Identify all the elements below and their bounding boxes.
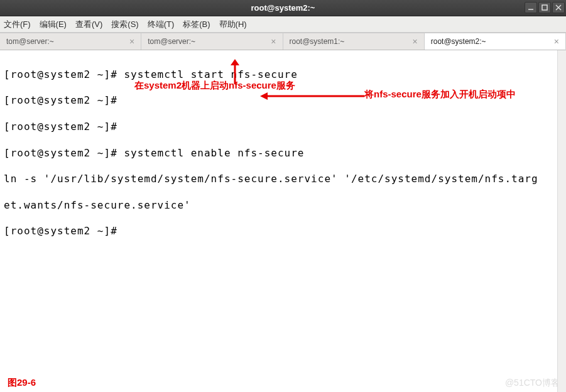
tab-label: root@system2:~ [431, 37, 552, 46]
tab-1[interactable]: tom@server:~ × [0, 33, 141, 50]
tab-label: root@system1:~ [290, 37, 410, 46]
tab-close-icon[interactable]: × [552, 36, 559, 46]
tab-close-icon[interactable]: × [268, 36, 276, 46]
tab-4-active[interactable]: root@system2:~ × [425, 33, 566, 50]
svg-rect-1 [542, 5, 547, 10]
window-title: root@system2:~ [251, 3, 315, 13]
annotation-start-service: 在system2机器上启动nfs-secure服务 [134, 79, 295, 92]
maximize-icon [542, 4, 548, 11]
tab-close-icon[interactable]: × [410, 36, 418, 46]
tabbar: tom@server:~ × tom@server:~ × root@syste… [0, 33, 566, 50]
menu-edit[interactable]: 编辑(E) [40, 19, 67, 30]
terminal-line: [root@system2 ~]# systemctl enable nfs-s… [4, 147, 566, 160]
tab-label: tom@server:~ [148, 37, 268, 46]
terminal-line: et.wants/nfs-secure.service' [4, 199, 566, 212]
menu-terminal[interactable]: 终端(T) [148, 19, 175, 30]
minimize-icon [528, 4, 534, 11]
maximize-button[interactable] [538, 2, 551, 13]
tab-3[interactable]: root@system1:~ × [283, 33, 425, 50]
terminal-line: ln -s '/usr/lib/systemd/system/nfs-secur… [4, 173, 566, 186]
watermark: @51CTO博客 [505, 377, 560, 388]
tab-label: tom@server:~ [6, 37, 127, 46]
menu-file[interactable]: 文件(F) [4, 19, 31, 30]
window-titlebar: root@system2:~ [0, 0, 566, 16]
tab-close-icon[interactable]: × [127, 36, 134, 46]
menu-tabs[interactable]: 标签(B) [183, 19, 210, 30]
terminal-output[interactable]: [root@system2 ~]# systemctl start nfs-se… [0, 50, 566, 392]
figure-label: 图29-6 [8, 376, 36, 389]
tab-2[interactable]: tom@server:~ × [141, 33, 283, 50]
scrollbar[interactable] [557, 50, 566, 392]
menu-view[interactable]: 查看(V) [75, 19, 102, 30]
svg-marker-5 [231, 59, 239, 65]
close-icon [555, 4, 562, 11]
terminal-line: [root@system2 ~]# [4, 121, 566, 134]
terminal-line: [root@system2 ~]# [4, 225, 566, 238]
minimize-button[interactable] [525, 2, 537, 13]
menu-search[interactable]: 搜索(S) [111, 19, 138, 30]
annotation-enable-service: 将nfs-secure服务加入开机启动项中 [364, 88, 516, 101]
menu-help[interactable]: 帮助(H) [219, 19, 247, 30]
menubar: 文件(F) 编辑(E) 查看(V) 搜索(S) 终端(T) 标签(B) 帮助(H… [0, 16, 566, 33]
close-window-button[interactable] [552, 2, 565, 13]
